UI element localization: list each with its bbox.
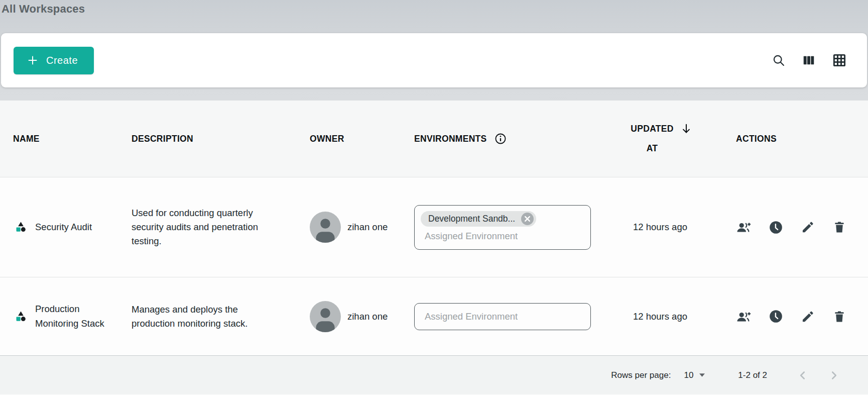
- owner-cell: zihan one: [298, 212, 414, 243]
- workspace-description: Used for conducting quarterly security a…: [132, 206, 278, 248]
- toolbar: Create: [1, 33, 867, 87]
- add-user-button[interactable]: [736, 220, 751, 235]
- workspace-category-icon: [15, 221, 27, 233]
- delete-button[interactable]: [832, 220, 846, 234]
- environment-chip-label: Development Sandb...: [428, 214, 515, 224]
- environment-placeholder: Assigned Environment: [421, 229, 584, 244]
- actions-cell: [723, 220, 868, 235]
- col-header-updated-at[interactable]: UPDATED AT: [597, 119, 723, 159]
- updated-at-cell: 12 hours ago: [597, 222, 723, 233]
- search-icon: [772, 53, 786, 67]
- col-header-environments: ENVIRONMENTS: [414, 132, 597, 145]
- clock-icon: [769, 220, 783, 235]
- table-row: Production Monitoring Stack Manages and …: [0, 277, 868, 355]
- search-button[interactable]: [772, 53, 786, 67]
- description-cell: Used for conducting quarterly security a…: [119, 206, 298, 248]
- toolbar-icons: [772, 53, 847, 68]
- dropdown-caret-icon: [699, 373, 705, 377]
- page-range-label: 1-2 of 2: [738, 370, 767, 380]
- col-header-owner: OWNER: [298, 134, 414, 144]
- group-add-icon: [736, 220, 751, 235]
- add-user-button[interactable]: [736, 309, 751, 324]
- pencil-icon: [801, 310, 815, 324]
- workspace-name: Security Audit: [35, 220, 92, 235]
- table-row: Security Audit Used for conducting quart…: [0, 177, 868, 277]
- plus-icon: [27, 54, 39, 66]
- pencil-icon: [801, 220, 815, 234]
- delete-button[interactable]: [832, 310, 846, 324]
- environments-select[interactable]: Assigned Environment: [414, 303, 591, 330]
- previous-page-button[interactable]: [796, 369, 809, 382]
- close-icon: [524, 216, 531, 222]
- owner-avatar: [310, 212, 341, 243]
- clock-icon: [769, 309, 783, 324]
- columns-icon: [802, 53, 816, 67]
- edit-button[interactable]: [801, 310, 815, 324]
- sort-descending-icon: [680, 122, 693, 135]
- rows-per-page-value: 10: [684, 370, 693, 380]
- table-header: NAME DESCRIPTION OWNER ENVIRONMENTS UPDA…: [0, 101, 868, 177]
- trash-icon: [832, 310, 846, 324]
- owner-avatar: [310, 301, 341, 332]
- environments-cell: Development Sandb... Assigned Environmen…: [414, 205, 597, 250]
- grid-view-button[interactable]: [832, 53, 847, 68]
- environments-cell: Assigned Environment: [414, 303, 597, 330]
- description-cell: Manages and deploys the production monit…: [119, 303, 298, 331]
- workspace-description: Manages and deploys the production monit…: [132, 303, 278, 331]
- column-view-button[interactable]: [802, 53, 816, 67]
- group-add-icon: [736, 309, 751, 324]
- create-button-label: Create: [46, 55, 78, 66]
- environments-select[interactable]: Development Sandb... Assigned Environmen…: [414, 205, 591, 250]
- page-title: All Workspaces: [0, 0, 868, 16]
- name-cell: Production Monitoring Stack: [0, 302, 119, 331]
- environments-header-label: ENVIRONMENTS: [414, 134, 487, 144]
- edit-button[interactable]: [801, 220, 815, 234]
- col-header-name: NAME: [0, 134, 119, 144]
- info-icon[interactable]: [494, 132, 507, 145]
- owner-name: zihan one: [347, 311, 388, 322]
- history-button[interactable]: [769, 220, 783, 235]
- environment-chip: Development Sandb...: [421, 211, 536, 227]
- owner-name: zihan one: [347, 222, 388, 233]
- actions-cell: [723, 309, 868, 324]
- workspaces-table: NAME DESCRIPTION OWNER ENVIRONMENTS UPDA…: [0, 101, 868, 394]
- trash-icon: [832, 220, 846, 234]
- updated-at-header-label: UPDATED AT: [628, 119, 677, 159]
- history-button[interactable]: [769, 309, 783, 324]
- workspace-category-icon: [15, 311, 27, 322]
- rows-per-page-label: Rows per page:: [611, 370, 671, 380]
- col-header-actions: ACTIONS: [723, 134, 868, 144]
- rows-per-page-select[interactable]: 10: [684, 370, 705, 380]
- chevron-right-icon: [827, 369, 840, 382]
- workspace-name: Production Monitoring Stack: [35, 302, 115, 331]
- chip-remove-button[interactable]: [521, 213, 534, 225]
- create-button[interactable]: Create: [14, 47, 94, 74]
- name-cell: Security Audit: [0, 220, 119, 235]
- owner-cell: zihan one: [298, 301, 414, 332]
- top-section: All Workspaces Create: [0, 0, 868, 101]
- updated-at-cell: 12 hours ago: [597, 311, 723, 322]
- environment-placeholder: Assigned Environment: [421, 309, 584, 324]
- chevron-left-icon: [796, 369, 809, 382]
- next-page-button[interactable]: [827, 369, 840, 382]
- table-footer: Rows per page: 10 1-2 of 2: [0, 355, 868, 394]
- grid-view-icon: [832, 53, 847, 68]
- col-header-description: DESCRIPTION: [119, 134, 298, 144]
